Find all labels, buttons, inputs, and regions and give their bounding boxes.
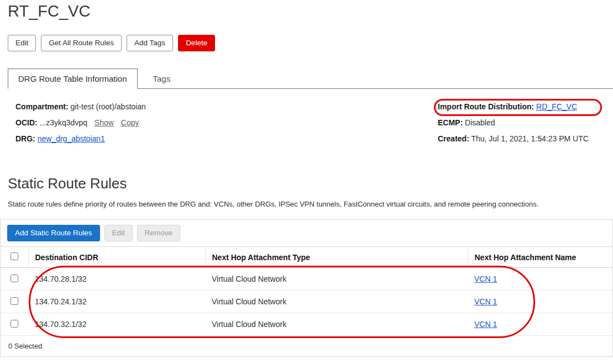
delete-button[interactable]: Delete xyxy=(178,35,215,51)
static-route-rules-title: Static Route Rules xyxy=(8,175,613,192)
static-route-rules-table: Destination CIDR Next Hop Attachment Typ… xyxy=(1,246,612,336)
ocid-label: OCID: xyxy=(15,118,38,127)
drg-route-table-page: RT_FC_VC Edit Get All Route Rules Add Ta… xyxy=(0,0,613,364)
row-checkbox[interactable] xyxy=(11,275,18,282)
compartment-label: Compartment: xyxy=(15,102,69,111)
cell-destination-cidr: 134.70.24.1/32 xyxy=(28,291,205,313)
remove-rule-button[interactable]: Remove xyxy=(137,225,180,241)
get-all-route-rules-button[interactable]: Get All Route Rules xyxy=(41,35,122,51)
add-static-route-rules-button[interactable]: Add Static Route Rules xyxy=(7,225,100,241)
info-column-right: Import Route Distribution: RD_FC_VC ECMP… xyxy=(438,102,589,150)
static-route-rules-description: Static route rules define priority of ro… xyxy=(8,200,613,208)
table-row: 134.70.32.1/32 Virtual Cloud Network VCN… xyxy=(1,313,612,336)
cell-next-hop-type: Virtual Cloud Network xyxy=(205,291,468,313)
table-row: 134.70.28.1/32 Virtual Cloud Network VCN… xyxy=(1,268,612,291)
ecmp-value: Disabled xyxy=(465,118,495,127)
cell-next-hop-type: Virtual Cloud Network xyxy=(205,313,468,336)
tab-tags[interactable]: Tags xyxy=(143,69,181,88)
table-row: 134.70.24.1/32 Virtual Cloud Network VCN… xyxy=(1,291,612,313)
add-tags-button[interactable]: Add Tags xyxy=(127,35,173,51)
table-toolbar: Add Static Route Rules Edit Remove xyxy=(1,220,612,246)
vcn-link[interactable]: VCN 1 xyxy=(474,320,497,329)
ocid-copy-link[interactable]: Copy xyxy=(121,118,139,127)
header-destination-cidr: Destination CIDR xyxy=(28,247,205,268)
import-route-distribution-link[interactable]: RD_FC_VC xyxy=(536,102,577,111)
tab-bar: DRG Route Table Information Tags xyxy=(8,68,613,89)
cell-destination-cidr: 134.70.28.1/32 xyxy=(28,268,205,291)
ocid-value: ...z3ykq3dvpq xyxy=(40,118,87,127)
vcn-link[interactable]: VCN 1 xyxy=(474,275,497,283)
row-checkbox[interactable] xyxy=(11,297,18,305)
cell-next-hop-type: Virtual Cloud Network xyxy=(205,268,468,291)
row-checkbox[interactable] xyxy=(11,320,18,328)
page-title: RT_FC_VC xyxy=(0,0,613,20)
import-route-distribution-field: Import Route Distribution: RD_FC_VC xyxy=(438,102,589,111)
select-all-checkbox[interactable] xyxy=(11,252,18,260)
cell-destination-cidr: 134.70.32.1/32 xyxy=(28,313,205,336)
created-label: Created: xyxy=(438,134,469,143)
ecmp-label: ECMP: xyxy=(438,118,463,127)
drg-route-table-information-panel: Compartment: git-test (root)/abstoian OC… xyxy=(0,89,613,155)
edit-button[interactable]: Edit xyxy=(8,35,36,51)
import-route-distribution-label: Import Route Distribution: xyxy=(438,102,534,111)
header-next-hop-attachment-name: Next Hop Attachment Name xyxy=(468,247,612,268)
header-next-hop-attachment-type: Next Hop Attachment Type xyxy=(205,247,468,268)
action-bar: Edit Get All Route Rules Add Tags Delete xyxy=(8,35,613,51)
created-field: Created: Thu, Jul 1, 2021, 1:54:23 PM UT… xyxy=(438,134,589,143)
tab-drg-route-table-information[interactable]: DRG Route Table Information xyxy=(8,68,138,89)
table-header-row: Destination CIDR Next Hop Attachment Typ… xyxy=(1,247,612,268)
drg-link[interactable]: new_drg_abstoian1 xyxy=(38,134,105,143)
ecmp-field: ECMP: Disabled xyxy=(438,118,589,127)
edit-rule-button[interactable]: Edit xyxy=(104,225,133,241)
ocid-show-link[interactable]: Show xyxy=(95,118,114,127)
vcn-link[interactable]: VCN 1 xyxy=(474,297,497,306)
drg-label: DRG: xyxy=(15,134,35,143)
compartment-value: git-test (root)/abstoian xyxy=(71,102,146,111)
selected-count: 0 Selected xyxy=(1,336,612,356)
created-value: Thu, Jul 1, 2021, 1:54:23 PM UTC xyxy=(471,134,588,143)
static-route-rules-section: Add Static Route Rules Edit Remove Desti… xyxy=(0,219,613,357)
